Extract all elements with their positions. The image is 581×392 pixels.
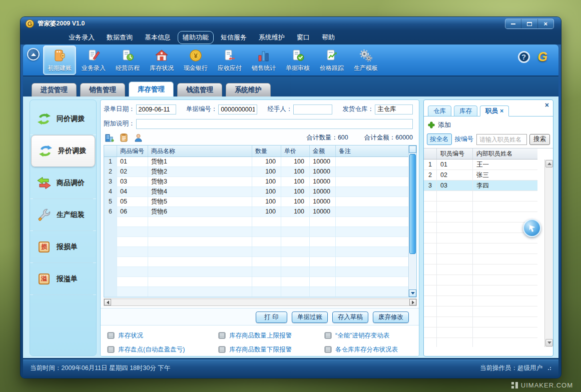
table-row[interactable]: 303货物310010010000 [104,177,409,187]
minimize-button[interactable] [505,19,521,28]
employee-row[interactable] [424,202,537,212]
tab-销售管理[interactable]: 销售管理 [80,83,125,96]
table-row[interactable] [104,247,409,257]
action-button-存入草稿[interactable]: 存入草稿 [332,312,368,323]
lookup-tab-库存[interactable]: 库存 [454,106,477,116]
table-row[interactable] [104,227,409,237]
employee-table-scrollbar[interactable] [544,160,553,347]
menu-item-帮助[interactable]: 帮助 [317,31,340,44]
warehouse-input[interactable] [375,104,413,114]
person-picker-icon[interactable] [134,133,143,142]
sidebar-item-报损单[interactable]: 损报损单 [30,231,96,263]
toolbar-button-经营历程[interactable]: 经营历程 [111,46,144,75]
employee-row[interactable] [424,212,537,222]
warehouse-picker-icon[interactable] [105,133,114,142]
action-button-单据过账[interactable]: 单据过账 [292,312,328,323]
tab-钱流管理[interactable]: 钱流管理 [177,83,222,96]
action-button-打 印[interactable]: 打 印 [256,312,287,323]
items-table-horizontal-scrollbar[interactable] [104,298,417,306]
employee-row[interactable] [424,264,537,275]
employee-row[interactable] [424,286,537,296]
toolbar-button-销售统计[interactable]: 销售统计 [247,46,280,75]
table-row[interactable] [104,267,409,277]
toolbar-button-初期建账[interactable]: 初期建账 [43,46,76,75]
quick-link-“全能”进销存变动表[interactable]: “全能”进销存变动表 [324,332,419,340]
tab-进货管理[interactable]: 进货管理 [32,83,77,96]
maximize-button[interactable] [521,19,537,28]
toolbar-button-业务录入[interactable]: 业务录入 [77,46,110,75]
document-picker-icon[interactable] [119,133,129,142]
quick-link-库存商品数量下限报警[interactable]: 库存商品数量下限报警 [218,346,324,354]
search-button[interactable]: 搜索 [529,134,550,145]
handler-input[interactable] [293,104,332,114]
toolbar-button-库存状况[interactable]: 库存状况 [145,46,178,75]
table-row[interactable]: 606货物610010010000 [104,207,409,217]
employee-row[interactable] [424,254,537,264]
resize-grip[interactable] [546,366,551,370]
note-input[interactable] [136,119,413,129]
menu-item-业务录入[interactable]: 业务录入 [64,31,100,44]
menu-item-数据查询[interactable]: 数据查询 [102,31,138,44]
employee-row[interactable] [424,244,537,254]
tab-库存管理[interactable]: 库存管理 [129,82,174,96]
employee-row[interactable] [424,191,537,202]
table-row[interactable] [104,217,409,227]
scroll-left-button[interactable] [104,299,111,306]
help-icon[interactable]: ? [518,51,530,63]
sidebar-item-报溢单[interactable]: 溢报溢单 [30,263,96,295]
scroll-down-button[interactable] [545,339,553,346]
toolbar-button-单据审核[interactable]: 单据审核 [281,46,314,75]
employee-row[interactable]: 101王一 [424,160,537,170]
employee-row[interactable] [424,317,537,328]
table-row[interactable]: 202货物210010010000 [104,167,409,177]
menu-item-窗口[interactable]: 窗口 [292,31,315,44]
toolbar-button-应收应付[interactable]: 应收应付 [213,46,246,75]
quick-link-库存盘点(自动盘盈盘亏)[interactable]: 库存盘点(自动盘盈盘亏) [107,346,218,354]
employee-row[interactable] [424,328,537,338]
sidebar-item-同价调拨[interactable]: 同价调拨 [30,103,96,135]
table-row[interactable] [104,237,409,247]
menu-item-辅助功能[interactable]: 辅助功能 [178,31,214,44]
menu-item-基本信息[interactable]: 基本信息 [140,31,176,44]
sidebar-item-商品调价[interactable]: 商品调价 [30,167,96,199]
employee-row[interactable] [424,275,537,286]
tab-系统维护[interactable]: 系统维护 [226,83,271,96]
collapse-toolbar-button[interactable] [27,48,40,60]
doc-number-input[interactable] [218,104,257,114]
scroll-down-button[interactable] [409,290,416,297]
employee-row[interactable]: 303李四 [424,180,537,191]
employee-row[interactable] [424,306,537,317]
action-button-废弃修改[interactable]: 废弃修改 [373,312,409,323]
filter-by-name-toggle[interactable]: 按全名 [427,134,452,145]
table-row[interactable] [104,287,409,297]
items-table-vertical-scrollbar[interactable] [408,146,416,297]
add-employee-button[interactable]: 添加 [424,116,553,132]
employee-row[interactable] [424,338,537,347]
sidebar-item-生产组装[interactable]: 生产组装 [30,199,96,231]
table-row[interactable]: 404货物410010010000 [104,187,409,197]
sidebar-item-异价调拨[interactable]: 异价调拨 [31,135,95,167]
employee-row[interactable]: 202张三 [424,170,537,180]
toolbar-button-生产模板[interactable]: 生产模板 [349,46,382,75]
scroll-up-button[interactable] [545,160,553,168]
tab-close-icon[interactable]: × [500,108,503,114]
table-row[interactable]: 101货物110010010000 [104,157,409,167]
employee-search-input[interactable] [476,134,527,145]
scroll-up-button[interactable] [409,146,416,153]
quick-link-各仓库库存分布状况表[interactable]: 各仓库库存分布状况表 [324,346,419,354]
employee-row[interactable] [424,296,537,306]
lookup-tab-仓库[interactable]: 仓库 [428,106,451,116]
lookup-tab-职员[interactable]: 职员× [480,106,509,116]
menu-item-系统维护[interactable]: 系统维护 [254,31,290,44]
table-row[interactable] [104,257,409,267]
scroll-right-button[interactable] [409,299,416,306]
table-row[interactable]: 505货物510010010000 [104,197,409,207]
table-row[interactable] [104,277,409,287]
quick-link-库存状况[interactable]: 库存状况 [107,332,218,340]
menu-item-短信服务[interactable]: 短信服务 [216,31,252,44]
entry-date-input[interactable] [136,104,176,114]
employee-row[interactable] [424,233,537,244]
filter-by-code-toggle[interactable]: 按编号 [454,134,474,144]
close-button[interactable]: × [537,19,553,28]
quick-link-库存商品数量上限报警[interactable]: 库存商品数量上限报警 [218,332,324,340]
